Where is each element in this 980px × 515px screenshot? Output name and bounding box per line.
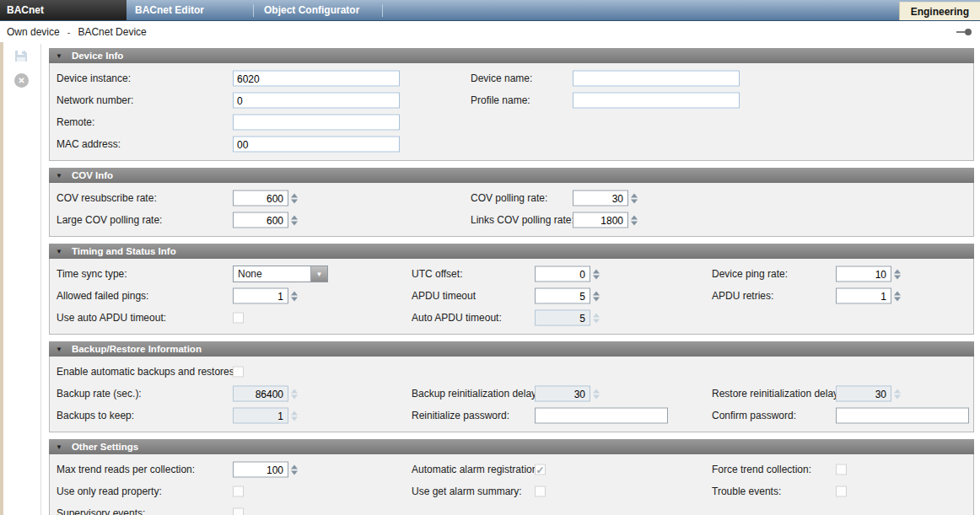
- trouble-events-label: Trouble events:: [712, 485, 781, 497]
- section-header-device-info[interactable]: ▼ Device Info: [49, 48, 974, 63]
- mac-address-input[interactable]: [233, 137, 400, 153]
- collapse-triangle-icon[interactable]: ▼: [56, 248, 62, 255]
- enable-auto-backups-label: Enable automatic backups and restores:: [57, 366, 237, 378]
- cov-resubscribe-rate-input[interactable]: [233, 190, 288, 207]
- breadcrumb-separator: -: [67, 27, 71, 37]
- use-auto-apdu-timeout-label: Use auto APDU timeout:: [57, 312, 166, 324]
- pin-line: [956, 31, 965, 33]
- device-instance-input[interactable]: [233, 71, 400, 87]
- time-sync-type-dropdown[interactable]: None ▼: [233, 266, 328, 282]
- apdu-retries-label: APDU retries:: [712, 290, 773, 302]
- confirm-password-label: Confirm password:: [712, 410, 796, 421]
- reinitialize-password-input[interactable]: [535, 408, 668, 424]
- collapse-triangle-icon[interactable]: ▼: [56, 52, 62, 60]
- supervisory-events-checkbox[interactable]: [233, 508, 244, 515]
- trouble-events-checkbox[interactable]: [836, 486, 847, 497]
- auto-apdu-timeout-label: Auto APDU timeout:: [412, 312, 502, 324]
- use-get-alarm-summary-label: Use get alarm summary:: [412, 485, 522, 497]
- utc-offset-spinner[interactable]: [535, 266, 600, 282]
- links-cov-polling-rate-spinner[interactable]: [573, 212, 638, 228]
- spinner-arrows-icon[interactable]: [291, 291, 298, 301]
- apdu-timeout-input[interactable]: [535, 288, 590, 304]
- collapse-triangle-icon[interactable]: ▼: [56, 346, 62, 353]
- device-ping-rate-input[interactable]: [836, 266, 891, 282]
- breadcrumb-own-device[interactable]: Own device: [7, 26, 60, 38]
- spinner-arrows-icon: [593, 389, 600, 399]
- field-row: Max trend reads per collection: Automati…: [50, 459, 973, 480]
- backups-to-keep-label: Backups to keep:: [57, 410, 134, 421]
- supervisory-events-label: Supervisory events:: [57, 507, 145, 515]
- enable-auto-backups-checkbox[interactable]: [233, 367, 244, 378]
- field-row: MAC address:: [50, 133, 973, 155]
- allowed-failed-pings-spinner[interactable]: [233, 288, 298, 304]
- backup-rate-label: Backup rate (sec.):: [57, 388, 142, 400]
- spinner-arrows-icon[interactable]: [631, 215, 638, 225]
- max-trend-reads-spinner[interactable]: [233, 462, 298, 478]
- spinner-arrows-icon[interactable]: [894, 269, 901, 279]
- field-row: Time sync type: None ▼ UTC offset: Devic…: [50, 263, 973, 285]
- apdu-retries-input[interactable]: [836, 288, 891, 304]
- device-instance-label: Device instance:: [57, 72, 131, 84]
- spinner-arrows-icon[interactable]: [291, 464, 298, 475]
- breadcrumb: Own device - BACnet Device: [0, 21, 980, 42]
- tab-bacnet[interactable]: BACnet: [0, 0, 127, 20]
- use-get-alarm-summary-checkbox[interactable]: [535, 486, 546, 497]
- network-number-input[interactable]: [233, 93, 400, 109]
- links-cov-polling-rate-label: Links COV polling rate:: [471, 214, 574, 226]
- large-cov-polling-rate-input[interactable]: [233, 212, 288, 228]
- chevron-down-icon[interactable]: ▼: [310, 266, 327, 282]
- apdu-retries-spinner[interactable]: [836, 288, 901, 304]
- collapse-triangle-icon[interactable]: ▼: [56, 172, 62, 180]
- engineering-mode-badge[interactable]: Engineering: [899, 2, 980, 20]
- confirm-password-input[interactable]: [836, 408, 969, 424]
- force-trend-collection-checkbox[interactable]: [836, 464, 847, 475]
- section-header-timing-status[interactable]: ▼ Timing and Status Info: [49, 244, 974, 259]
- breadcrumb-bacnet-device[interactable]: BACnet Device: [78, 26, 146, 38]
- cov-polling-rate-input[interactable]: [573, 190, 628, 207]
- device-name-input[interactable]: [573, 71, 740, 87]
- restore-reinit-delay-input: [836, 386, 891, 402]
- max-trend-reads-input[interactable]: [233, 462, 288, 478]
- restore-reinit-delay-spinner: [836, 386, 901, 402]
- field-row: Remote:: [50, 111, 973, 133]
- spinner-arrows-icon[interactable]: [631, 193, 638, 203]
- section-cov-info: ▼ COV Info COV resubscribe rate: COV pol…: [49, 168, 974, 237]
- section-header-cov-info[interactable]: ▼ COV Info: [49, 168, 974, 183]
- collapse-triangle-icon[interactable]: ▼: [56, 443, 62, 451]
- backup-reinit-delay-label: Backup reinitialization delay:: [412, 388, 539, 400]
- utc-offset-input[interactable]: [535, 266, 590, 282]
- cancel-button[interactable]: ✕: [14, 73, 29, 88]
- floppy-disk-icon: [14, 50, 28, 62]
- backup-rate-input: [233, 386, 288, 402]
- spinner-arrows-icon[interactable]: [593, 269, 600, 279]
- use-only-read-property-checkbox[interactable]: [233, 486, 244, 497]
- field-row: Backup rate (sec.): Backup reinitializat…: [50, 383, 973, 405]
- spinner-arrows-icon[interactable]: [291, 215, 298, 225]
- tab-bacnet-editor[interactable]: BACnet Editor: [127, 0, 251, 20]
- device-ping-rate-spinner[interactable]: [836, 266, 901, 282]
- large-cov-polling-rate-label: Large COV polling rate:: [57, 214, 162, 226]
- profile-name-input[interactable]: [573, 93, 740, 109]
- section-header-backup-restore[interactable]: ▼ Backup/Restore Information: [49, 341, 974, 357]
- use-auto-apdu-timeout-checkbox[interactable]: [233, 313, 244, 324]
- spinner-arrows-icon[interactable]: [593, 291, 600, 301]
- field-row: Supervisory events:: [50, 502, 973, 515]
- tab-object-configurator[interactable]: Object Configurator: [256, 0, 380, 20]
- pin-icon[interactable]: [956, 29, 972, 35]
- large-cov-polling-rate-spinner[interactable]: [233, 212, 298, 228]
- section-header-other-settings[interactable]: ▼ Other Settings: [49, 439, 974, 454]
- cov-polling-rate-spinner[interactable]: [573, 190, 638, 207]
- allowed-failed-pings-input[interactable]: [233, 288, 288, 304]
- mac-address-label: MAC address:: [57, 138, 121, 150]
- remote-input[interactable]: [233, 115, 400, 131]
- spinner-arrows-icon[interactable]: [894, 291, 901, 301]
- max-trend-reads-label: Max trend reads per collection:: [57, 464, 195, 475]
- spinner-arrows-icon[interactable]: [291, 193, 298, 203]
- save-button[interactable]: [14, 50, 28, 65]
- links-cov-polling-rate-input[interactable]: [573, 212, 628, 228]
- cov-resubscribe-rate-spinner[interactable]: [233, 190, 298, 207]
- cov-resubscribe-rate-label: COV resubscribe rate:: [57, 192, 157, 204]
- remote-label: Remote:: [57, 116, 94, 128]
- backup-rate-spinner: [233, 386, 298, 402]
- apdu-timeout-spinner[interactable]: [535, 288, 600, 304]
